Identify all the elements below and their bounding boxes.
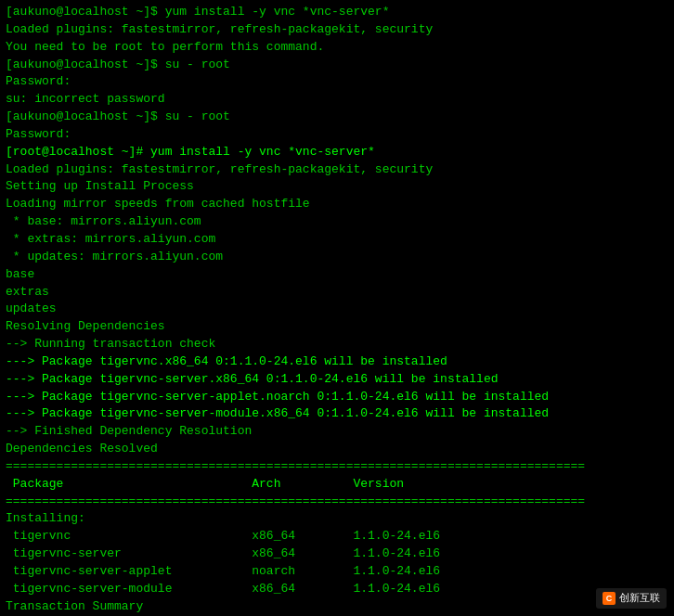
terminal-line: [aukuno@localhost ~]$ yum install -y vnc… bbox=[6, 4, 668, 21]
terminal-line: * updates: mirrors.aliyun.com bbox=[6, 249, 668, 266]
terminal-line: Setting up Install Process bbox=[6, 178, 668, 196]
terminal-line: --> Running transaction check bbox=[6, 336, 668, 353]
watermark-logo: C bbox=[603, 592, 616, 605]
terminal-line: updates bbox=[6, 301, 668, 318]
terminal-line: Loaded plugins: fastestmirror, refresh-p… bbox=[6, 161, 668, 179]
watermark: C 创新互联 bbox=[596, 588, 667, 609]
terminal-line: tigervnc-server-applet noarch 1.1.0-24.e… bbox=[6, 563, 668, 581]
terminal-line: * extras: mirrors.aliyun.com bbox=[6, 231, 668, 249]
terminal-line: ---> Package tigervnc-server-module.x86_… bbox=[6, 405, 668, 423]
terminal-line: su: incorrect password bbox=[6, 91, 668, 109]
terminal-window[interactable]: [aukuno@localhost ~]$ yum install -y vnc… bbox=[0, 0, 674, 616]
terminal-line: ========================================… bbox=[6, 458, 668, 476]
terminal-line: You need to be root to perform this comm… bbox=[6, 39, 668, 57]
terminal-line: tigervnc-server-module x86_64 1.1.0-24.e… bbox=[6, 581, 668, 598]
terminal-line: Resolving Dependencies bbox=[6, 318, 668, 336]
terminal-output: [aukuno@localhost ~]$ yum install -y vnc… bbox=[6, 4, 668, 616]
terminal-line: tigervnc x86_64 1.1.0-24.el6 bbox=[6, 528, 668, 545]
terminal-line: Loading mirror speeds from cached hostfi… bbox=[6, 196, 668, 213]
terminal-line: * base: mirrors.aliyun.com bbox=[6, 213, 668, 231]
terminal-line: Dependencies Resolved bbox=[6, 441, 668, 458]
terminal-line: Loaded plugins: fastestmirror, refresh-p… bbox=[6, 21, 668, 39]
terminal-line: [aukuno@localhost ~]$ su - root bbox=[6, 109, 668, 126]
terminal-line: tigervnc-server x86_64 1.1.0-24.el6 bbox=[6, 545, 668, 563]
terminal-line: ========================================… bbox=[6, 494, 668, 511]
terminal-line: extras bbox=[6, 284, 668, 302]
terminal-line: ---> Package tigervnc.x86_64 0:1.1.0-24.… bbox=[6, 353, 668, 371]
terminal-line: Transaction Summary bbox=[6, 598, 668, 616]
terminal-line: --> Finished Dependency Resolution bbox=[6, 423, 668, 441]
terminal-line: Password: bbox=[6, 73, 668, 91]
terminal-line: Package Arch Version bbox=[6, 476, 668, 494]
terminal-line: [aukuno@localhost ~]$ su - root bbox=[6, 57, 668, 74]
terminal-line: Installing: bbox=[6, 510, 668, 528]
terminal-line: [root@localhost ~]# yum install -y vnc *… bbox=[6, 144, 668, 161]
terminal-line: ---> Package tigervnc-server.x86_64 0:1.… bbox=[6, 371, 668, 389]
watermark-text: 创新互联 bbox=[619, 591, 660, 606]
terminal-line: ---> Package tigervnc-server-applet.noar… bbox=[6, 389, 668, 406]
terminal-line: base bbox=[6, 266, 668, 284]
terminal-line: Password: bbox=[6, 126, 668, 144]
